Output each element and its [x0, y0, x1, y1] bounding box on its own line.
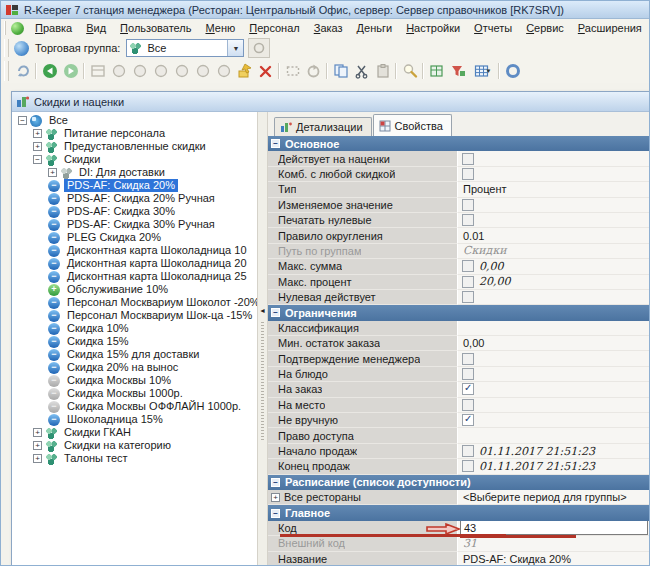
- tree-item[interactable]: + Скидки на категорию: [12, 439, 257, 452]
- checkbox[interactable]: [462, 353, 474, 365]
- section-collapse-icon[interactable]: −: [271, 509, 280, 518]
- menu-polzovatel[interactable]: Пользователь: [113, 19, 198, 37]
- search-button[interactable]: [399, 61, 420, 81]
- splitter[interactable]: ◄: [258, 112, 268, 566]
- tree[interactable]: − Все + Питание персонала + Предустановл…: [12, 112, 258, 566]
- round-button-3[interactable]: [150, 61, 171, 81]
- discounts-window-titlebar[interactable]: Скидки и наценки: [12, 92, 650, 112]
- tree-item[interactable]: Скидка 10%: [12, 322, 257, 335]
- property-row[interactable]: + Макс. процент 20,00: [268, 275, 650, 290]
- toolbar-grip[interactable]: [4, 21, 6, 35]
- title-bar[interactable]: R-Keeper 7 станция менеджера (Ресторан: …: [1, 1, 650, 19]
- tree-item[interactable]: PLEG Скидка 20%: [12, 231, 257, 244]
- menu-zakaz[interactable]: Заказ: [307, 19, 350, 37]
- property-row[interactable]: + Все рестораны <Выберите период для гру…: [268, 490, 650, 505]
- back-button[interactable]: [39, 61, 60, 81]
- property-row[interactable]: + На место: [268, 398, 650, 413]
- round-button-1[interactable]: [108, 61, 129, 81]
- property-row[interactable]: + Тип Процент: [268, 182, 650, 197]
- property-row[interactable]: + На заказ: [268, 382, 650, 397]
- property-row[interactable]: + Конец продаж 01.11.2017 21:51:23: [268, 459, 650, 474]
- tree-item[interactable]: PDS-AF: Скидка 20% Ручная: [12, 192, 257, 205]
- tree-item[interactable]: + Скидки ГКАН: [12, 426, 257, 439]
- tree-item[interactable]: + Питание персонала: [12, 127, 257, 140]
- levels-button[interactable]: [87, 61, 108, 81]
- tree-item[interactable]: + DI: Для доставки: [12, 166, 257, 179]
- section-header[interactable]: − Основное: [268, 136, 650, 151]
- property-row[interactable]: + На блюдо: [268, 367, 650, 382]
- tab-properties[interactable]: Свойства: [373, 114, 452, 136]
- trade-group-edit-button[interactable]: [248, 38, 270, 58]
- checkbox[interactable]: [462, 368, 474, 380]
- round-button-2[interactable]: [129, 61, 150, 81]
- property-row[interactable]: + Действует на наценки: [268, 151, 650, 166]
- round-button-5[interactable]: [192, 61, 213, 81]
- tree-item[interactable]: Дисконтная карта Шоколадница 25: [12, 270, 257, 283]
- expander-icon[interactable]: −: [18, 116, 27, 125]
- menu-otchety[interactable]: Отчеты: [467, 19, 519, 37]
- checkbox[interactable]: [462, 199, 474, 211]
- section-collapse-icon[interactable]: −: [271, 139, 280, 148]
- tree-item[interactable]: Персонал Москвариум Шок-ца -15%: [12, 309, 257, 322]
- table-view-button[interactable]: ▾: [468, 61, 496, 81]
- checkbox[interactable]: [462, 445, 474, 457]
- tree-item[interactable]: PDS-AF: Скидка 30%: [12, 205, 257, 218]
- checkbox[interactable]: [462, 214, 474, 226]
- tree-item[interactable]: PDS-AF: Скидка 20%: [12, 179, 257, 192]
- menu-nastroiki[interactable]: Настройки: [399, 19, 467, 37]
- section-collapse-icon[interactable]: −: [271, 478, 280, 487]
- property-row[interactable]: + Подтверждение менеджера: [268, 351, 650, 366]
- round-button-4[interactable]: [171, 61, 192, 81]
- expander-icon[interactable]: +: [48, 168, 57, 177]
- dropdown-arrow-icon[interactable]: ▼: [227, 40, 243, 56]
- property-row[interactable]: + Макс. сумма 0,00: [268, 259, 650, 274]
- section-header[interactable]: − Расписание (список доступности): [268, 475, 650, 490]
- section-header[interactable]: − Ограничения: [268, 305, 650, 320]
- checkbox[interactable]: [462, 168, 474, 180]
- delete-button[interactable]: [255, 61, 276, 81]
- tree-item[interactable]: − Все: [12, 114, 257, 127]
- checkbox[interactable]: [462, 291, 474, 303]
- menu-vid[interactable]: Вид: [79, 19, 113, 37]
- tree-item[interactable]: + Предустановленные скидки: [12, 140, 257, 153]
- expander-icon[interactable]: +: [33, 428, 42, 437]
- refresh-button[interactable]: [12, 61, 33, 81]
- checkbox[interactable]: [462, 399, 474, 411]
- expander-icon[interactable]: −: [33, 155, 42, 164]
- marquee-button[interactable]: [282, 61, 303, 81]
- tree-item[interactable]: Обслуживание 10%: [12, 283, 257, 296]
- tree-item[interactable]: Скидка Москвы 10%: [12, 374, 257, 387]
- checkbox[interactable]: [462, 460, 474, 472]
- checkbox[interactable]: [462, 260, 474, 272]
- property-row[interactable]: + Право доступа: [268, 428, 650, 443]
- tree-item[interactable]: Шоколадница 15%: [12, 413, 257, 426]
- filter-apply-button[interactable]: [447, 61, 468, 81]
- checkbox[interactable]: [462, 383, 474, 395]
- menu-menu[interactable]: Меню: [198, 19, 242, 37]
- import-button[interactable]: [234, 61, 255, 81]
- tree-item[interactable]: PDS-AF: Скидка 30% Ручная: [12, 218, 257, 231]
- menu-servis[interactable]: Сервис: [519, 19, 571, 37]
- tree-item[interactable]: + Талоны тест: [12, 452, 257, 465]
- toolbar-grip[interactable]: [4, 39, 9, 57]
- tree-item[interactable]: Дисконтная карта Шоколадница 20: [12, 257, 257, 270]
- tree-item[interactable]: − Скидки: [12, 153, 257, 166]
- copy-button[interactable]: [330, 61, 351, 81]
- property-row[interactable]: + Правило округления 0.01: [268, 228, 650, 243]
- expander-icon[interactable]: +: [33, 142, 42, 151]
- round-button-6[interactable]: [213, 61, 234, 81]
- property-row[interactable]: + Не вручную: [268, 413, 650, 428]
- tab-details[interactable]: Детализации: [274, 117, 372, 136]
- menu-personal[interactable]: Персонал: [242, 19, 307, 37]
- tree-item[interactable]: Скидка 15%: [12, 335, 257, 348]
- tree-item[interactable]: Скидка 15% для доставки: [12, 348, 257, 361]
- property-row[interactable]: + Мин. остаток заказа 0,00: [268, 336, 650, 351]
- sync-button[interactable]: [502, 61, 523, 81]
- cut-button[interactable]: [351, 61, 372, 81]
- row-expander-icon[interactable]: +: [271, 493, 280, 502]
- property-row[interactable]: + Нулевая действует: [268, 290, 650, 305]
- tree-item[interactable]: Персонал Москвариум Шоколот -20%: [12, 296, 257, 309]
- checkbox[interactable]: [462, 276, 474, 288]
- tree-item[interactable]: Скидка 20% на вынос: [12, 361, 257, 374]
- tree-item[interactable]: Дисконтная карта Шоколадница 10: [12, 244, 257, 257]
